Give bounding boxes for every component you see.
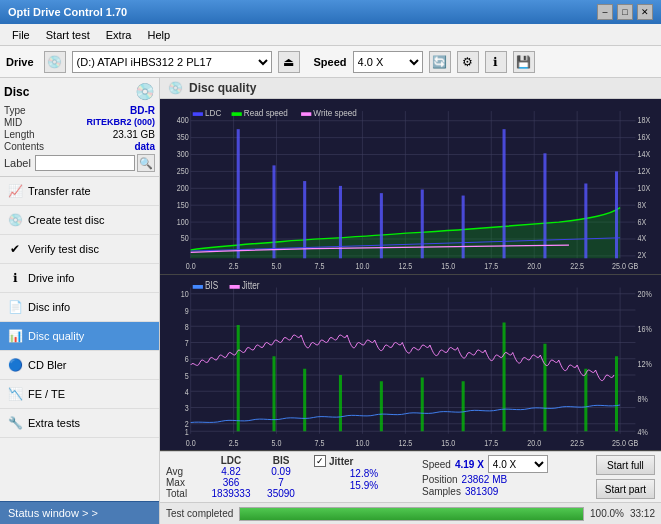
svg-text:6X: 6X	[637, 217, 646, 227]
svg-text:10: 10	[181, 290, 189, 300]
progress-bar-fill	[240, 508, 583, 520]
menu-help[interactable]: Help	[139, 27, 178, 43]
svg-rect-22	[272, 165, 275, 258]
drive-icon-button[interactable]: 💿	[44, 51, 66, 73]
type-key: Type	[4, 105, 26, 116]
svg-text:12%: 12%	[637, 360, 651, 370]
chart2-wrapper: 10 9 8 7 6 5 4 3 2 1 20% 16% 12% 8% 4%	[160, 275, 661, 451]
bis-max: 7	[256, 477, 306, 488]
refresh-button[interactable]: 🔄	[429, 51, 451, 73]
svg-text:20.0: 20.0	[527, 439, 541, 449]
eject-button[interactable]: ⏏	[278, 51, 300, 73]
svg-rect-23	[303, 181, 306, 258]
create-test-disc-label: Create test disc	[28, 214, 104, 226]
svg-text:300: 300	[177, 149, 190, 159]
disc-info-icon: 📄	[6, 298, 24, 316]
menu-file[interactable]: File	[4, 27, 38, 43]
sidebar-item-extra-tests[interactable]: 🔧 Extra tests	[0, 409, 159, 438]
sidebar-item-verify-test-disc[interactable]: ✔ Verify test disc	[0, 235, 159, 264]
sidebar-item-transfer-rate[interactable]: 📈 Transfer rate	[0, 177, 159, 206]
title-bar: Opti Drive Control 1.70 – □ ✕	[0, 0, 661, 24]
svg-rect-96	[543, 344, 546, 432]
nav-items: 📈 Transfer rate 💿 Create test disc ✔ Ver…	[0, 177, 159, 501]
drive-label: Drive	[6, 56, 34, 68]
create-test-disc-icon: 💿	[6, 211, 24, 229]
svg-text:1: 1	[185, 427, 189, 437]
type-value: BD-R	[130, 105, 155, 116]
drive-info-label: Drive info	[28, 272, 74, 284]
close-button[interactable]: ✕	[637, 4, 653, 20]
disc-quality-label: Disc quality	[28, 330, 84, 342]
svg-text:2.5: 2.5	[229, 439, 239, 449]
svg-text:0.0: 0.0	[186, 262, 197, 272]
sidebar-item-disc-info[interactable]: 📄 Disc info	[0, 293, 159, 322]
svg-text:7.5: 7.5	[315, 439, 325, 449]
svg-text:5: 5	[185, 371, 189, 381]
svg-rect-98	[615, 356, 618, 431]
disc-section-label: Disc	[4, 85, 29, 99]
speed-stat-value: 4.19 X	[455, 459, 484, 470]
stats-bar: LDC BIS Avg 4.82 0.09 Max 366 7 Total 18…	[160, 451, 661, 502]
sidebar-item-fe-te[interactable]: 📉 FE / TE	[0, 380, 159, 409]
start-part-button[interactable]: Start part	[596, 479, 655, 499]
svg-text:12.5: 12.5	[398, 439, 412, 449]
maximize-button[interactable]: □	[617, 4, 633, 20]
svg-text:3: 3	[185, 404, 189, 414]
svg-text:0.0: 0.0	[186, 439, 196, 449]
sidebar-item-create-test-disc[interactable]: 💿 Create test disc	[0, 206, 159, 235]
svg-rect-95	[503, 323, 506, 432]
bis-total: 35090	[256, 488, 306, 499]
speed-select[interactable]: 4.0 X	[353, 51, 423, 73]
svg-rect-64	[301, 112, 311, 116]
label-input[interactable]	[35, 155, 135, 171]
svg-rect-21	[237, 129, 240, 258]
svg-text:10.0: 10.0	[355, 439, 369, 449]
sidebar-item-cd-bler[interactable]: 🔵 CD Bler	[0, 351, 159, 380]
verify-test-disc-icon: ✔	[6, 240, 24, 258]
jitter-avg: 12.8%	[314, 468, 414, 479]
svg-text:4%: 4%	[637, 427, 647, 437]
svg-text:15.0: 15.0	[441, 262, 455, 272]
content-area: 💿 Disc quality	[160, 78, 661, 524]
svg-text:4X: 4X	[637, 234, 646, 244]
minimize-button[interactable]: –	[597, 4, 613, 20]
max-label: Max	[166, 477, 206, 488]
menu-extra[interactable]: Extra	[98, 27, 140, 43]
elapsed-time: 33:12	[630, 508, 655, 519]
disc-icon: 💿	[135, 82, 155, 101]
drive-select[interactable]: (D:) ATAPI iHBS312 2 PL17	[72, 51, 272, 73]
svg-text:17.5: 17.5	[484, 262, 498, 272]
disc-panel: Disc 💿 Type BD-R MID RITEKBR2 (000) Leng…	[0, 78, 159, 177]
info-button[interactable]: ℹ	[485, 51, 507, 73]
jitter-checkbox[interactable]: ✓	[314, 455, 326, 467]
svg-text:20%: 20%	[637, 290, 651, 300]
extra-tests-icon: 🔧	[6, 414, 24, 432]
svg-rect-25	[380, 193, 383, 258]
drive-info-icon: ℹ	[6, 269, 24, 287]
speed-stat-select[interactable]: 4.0 X	[488, 455, 548, 473]
settings-button[interactable]: ⚙	[457, 51, 479, 73]
svg-text:14X: 14X	[637, 149, 650, 159]
chart1-wrapper: 400 350 300 250 200 150 100 50 18X 16X 1…	[160, 99, 661, 275]
verify-test-disc-label: Verify test disc	[28, 243, 99, 255]
sidebar-item-disc-quality[interactable]: 📊 Disc quality	[0, 322, 159, 351]
start-full-button[interactable]: Start full	[596, 455, 655, 475]
cd-bler-icon: 🔵	[6, 356, 24, 374]
save-button[interactable]: 💾	[513, 51, 535, 73]
svg-rect-127	[230, 285, 240, 289]
menu-start-test[interactable]: Start test	[38, 27, 98, 43]
svg-text:20.0: 20.0	[527, 262, 541, 272]
label-icon-button[interactable]: 🔍	[137, 154, 155, 172]
sidebar-item-drive-info[interactable]: ℹ Drive info	[0, 264, 159, 293]
svg-text:7.5: 7.5	[315, 262, 326, 272]
svg-text:15.0: 15.0	[441, 439, 455, 449]
svg-text:5.0: 5.0	[272, 439, 282, 449]
progress-bar-container: Test completed 100.0% 33:12	[160, 502, 661, 524]
status-window-button[interactable]: Status window > >	[0, 501, 159, 524]
svg-text:2X: 2X	[637, 251, 646, 261]
disc-quality-header-icon: 💿	[168, 81, 183, 95]
svg-text:100: 100	[177, 217, 190, 227]
ldc-total: 1839333	[206, 488, 256, 499]
fe-te-icon: 📉	[6, 385, 24, 403]
disc-quality-header: 💿 Disc quality	[160, 78, 661, 99]
